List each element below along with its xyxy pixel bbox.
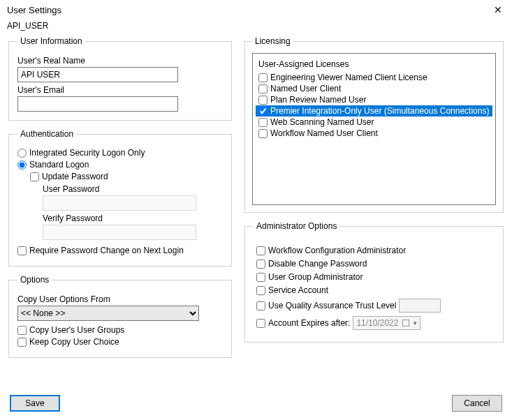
email-label: User's Email [17, 85, 223, 95]
require-pw-change-label: Require Password Change on Next Login [29, 246, 184, 255]
calendar-icon [402, 320, 409, 327]
close-icon[interactable]: ✕ [491, 4, 505, 15]
user-group-admin-label: User Group Administrator [268, 272, 363, 282]
license-item-checkbox[interactable] [258, 96, 268, 105]
update-password-label: Update Password [42, 172, 108, 181]
standard-logon-label: Standard Logon [29, 160, 89, 170]
licensing-group: Licensing User-Assigned Licenses Enginee… [244, 36, 504, 213]
license-list-header: User-Assigned Licenses [256, 58, 492, 72]
user-password-label: User Password [43, 184, 223, 194]
keep-copy-choice-checkbox[interactable] [17, 338, 27, 347]
authentication-legend: Authentication [17, 129, 76, 139]
license-item-label: Web Scanning Named User [270, 117, 374, 127]
license-item[interactable]: Plan Review Named User [256, 94, 492, 105]
cancel-button[interactable]: Cancel [452, 395, 502, 412]
verify-password-label: Verify Password [43, 213, 223, 223]
license-list[interactable]: User-Assigned Licenses Engineering Viewe… [252, 53, 496, 205]
workflow-admin-checkbox[interactable] [256, 246, 265, 255]
verify-password-input [43, 225, 196, 240]
options-group: Options Copy User Options From << None >… [8, 275, 232, 358]
service-account-checkbox[interactable] [256, 286, 265, 295]
license-item-checkbox[interactable] [258, 73, 268, 82]
license-item[interactable]: Premier Integration-Only User (Simultane… [256, 105, 492, 117]
chevron-down-icon: ▾ [414, 320, 417, 327]
options-legend: Options [17, 275, 52, 285]
license-item[interactable]: Web Scanning Named User [256, 117, 492, 128]
license-item-checkbox[interactable] [258, 107, 268, 116]
license-item-checkbox[interactable] [258, 129, 268, 138]
account-expires-datepicker[interactable]: 11/10/2022 ▾ [353, 316, 420, 330]
user-password-input [43, 195, 196, 211]
license-item-label: Plan Review Named User [270, 95, 366, 105]
real-name-input[interactable] [17, 67, 178, 82]
require-pw-change-checkbox[interactable] [17, 246, 27, 255]
window-title: User Settings [7, 5, 61, 15]
admin-options-legend: Administrator Options [254, 221, 339, 231]
account-expires-date-value: 11/10/2022 [356, 318, 398, 328]
copy-user-groups-label: Copy User's User Groups [29, 325, 124, 335]
license-item-checkbox[interactable] [258, 84, 268, 93]
disable-change-pw-label: Disable Change Password [268, 259, 367, 269]
integrated-logon-radio[interactable] [17, 149, 27, 158]
copy-from-select[interactable]: << None >> [17, 306, 199, 321]
disable-change-pw-checkbox[interactable] [256, 260, 265, 269]
copy-user-groups-checkbox[interactable] [17, 326, 27, 335]
integrated-logon-label: Integrated Security Logon Only [29, 148, 145, 158]
standard-logon-radio[interactable] [17, 160, 27, 170]
user-information-legend: User Information [17, 36, 85, 46]
use-qa-trust-checkbox[interactable] [256, 301, 265, 310]
real-name-label: User's Real Name [17, 56, 223, 66]
account-expires-checkbox[interactable] [256, 319, 265, 328]
copy-from-label: Copy User Options From [17, 294, 223, 304]
authentication-group: Authentication Integrated Security Logon… [8, 129, 232, 267]
license-item-checkbox[interactable] [258, 118, 268, 127]
use-qa-trust-label: Use Quality Assurance Trust Level [268, 301, 396, 310]
admin-options-group: Administrator Options Workflow Configura… [244, 221, 504, 343]
workflow-admin-label: Workflow Configuration Administrator [268, 246, 406, 255]
account-expires-label: Account Expires after: [268, 318, 350, 328]
service-account-label: Service Account [268, 285, 328, 295]
license-item-label: Engineering Viewer Named Client License [270, 73, 427, 82]
keep-copy-choice-label: Keep Copy User Choice [29, 337, 119, 347]
license-item-label: Premier Integration-Only User (Simultane… [270, 106, 489, 116]
email-input[interactable] [17, 96, 178, 112]
qa-trust-level-input [399, 299, 441, 313]
license-item[interactable]: Engineering Viewer Named Client License [256, 72, 492, 83]
license-item[interactable]: Workflow Named User Client [256, 128, 492, 139]
user-group-admin-checkbox[interactable] [256, 273, 265, 282]
save-button[interactable]: Save [10, 395, 60, 412]
license-item-label: Workflow Named User Client [270, 128, 378, 138]
licensing-legend: Licensing [252, 36, 293, 46]
window-subtitle: API_USER [0, 18, 512, 36]
user-information-group: User Information User's Real Name User's… [8, 36, 232, 121]
license-item[interactable]: Named User Client [256, 83, 492, 94]
license-item-label: Named User Client [270, 84, 341, 93]
update-password-checkbox[interactable] [30, 172, 39, 181]
